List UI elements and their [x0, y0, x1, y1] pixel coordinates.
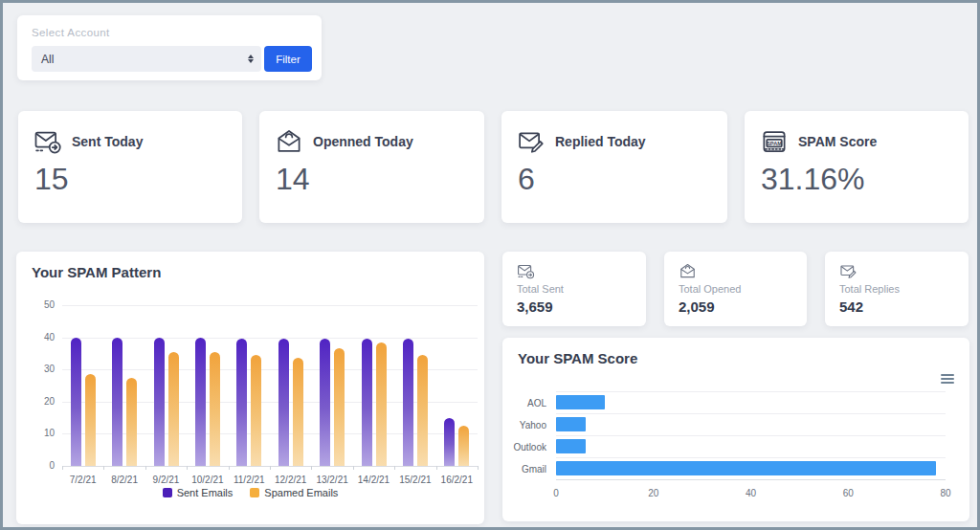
svg-text:SPAM: SPAM	[767, 141, 782, 146]
total-sent-card: Total Sent 3,659	[502, 252, 646, 326]
x-axis-tick	[353, 466, 354, 470]
gridline	[556, 413, 946, 414]
x-axis-tick-label: 40	[737, 488, 766, 498]
y-axis-tick-label: 0	[20, 460, 55, 471]
spam-pattern-chart: 010203040507/2/218/2/219/2/2110/2/2111/2…	[16, 252, 484, 524]
sent-today-value: 15	[34, 162, 69, 197]
sent-emails-bar	[112, 338, 122, 466]
sent-emails-bar	[444, 418, 455, 466]
gridline	[556, 435, 946, 436]
total-opened-value: 2,059	[679, 298, 715, 315]
sent-today-card: Sent Today 15	[18, 111, 242, 223]
replied-today-value: 6	[518, 162, 535, 197]
x-axis-tick	[394, 466, 395, 470]
sent-envelope-icon	[33, 127, 62, 156]
x-axis-tick-label: 14/2/21	[353, 475, 394, 485]
account-select[interactable]: All	[32, 46, 261, 72]
opened-today-card: Openned Today 14	[259, 111, 484, 223]
gridline	[62, 338, 478, 339]
y-axis-tick-label: 40	[20, 332, 55, 342]
spamed-emails-bar	[251, 355, 261, 466]
replied-envelope-icon	[839, 262, 858, 280]
legend-item-sent-emails[interactable]: Sent Emails	[163, 487, 234, 498]
account-select-value: All	[41, 53, 248, 66]
score-bar-aol	[556, 395, 605, 409]
spamed-emails-bar	[376, 342, 387, 466]
x-axis-tick-label: 13/2/21	[311, 475, 352, 485]
spamed-emails-bar	[293, 358, 303, 466]
score-bar-yahoo	[556, 417, 586, 431]
filter-button[interactable]: Filter	[264, 46, 312, 72]
chart-legend: Sent EmailsSpamed Emails	[16, 487, 484, 498]
spamed-emails-bar	[458, 426, 469, 466]
spam-score-card: SPAM SPAM Score 31.16%	[745, 111, 969, 223]
total-replies-value: 542	[839, 298, 863, 315]
x-axis-tick-label: 8/2/21	[103, 475, 145, 485]
legend-swatch	[163, 488, 172, 497]
total-sent-value: 3,659	[517, 298, 553, 315]
legend-swatch	[250, 488, 259, 497]
score-bar-gmail	[556, 461, 936, 475]
replied-today-card: Replied Today 6	[501, 111, 727, 223]
sent-emails-bar	[236, 339, 247, 466]
replied-envelope-icon	[517, 127, 546, 156]
total-replies-label: Total Replies	[839, 283, 900, 295]
x-axis-tick-label: 12/2/21	[270, 475, 311, 485]
x-axis-tick-label: 0	[542, 488, 570, 498]
gridline	[556, 479, 946, 480]
y-axis-tick-label: 10	[20, 428, 55, 438]
opened-envelope-icon	[679, 262, 697, 280]
spamed-emails-bar	[168, 352, 179, 466]
x-axis-tick-label: 7/2/21	[62, 475, 103, 485]
x-axis-tick-label: 10/2/21	[187, 475, 228, 485]
opened-envelope-icon	[275, 127, 303, 156]
spamed-emails-bar	[210, 352, 220, 466]
select-account-label: Select Account	[32, 27, 110, 38]
x-axis-tick-label: 11/2/21	[229, 475, 270, 485]
x-axis-tick-label: 20	[639, 488, 668, 498]
legend-label: Spamed Emails	[264, 487, 338, 498]
spam-score-value: 31.16%	[761, 162, 865, 197]
x-axis-tick-label: 16/2/21	[436, 475, 478, 485]
x-axis-tick	[145, 466, 146, 470]
spam-score-panel: Your SPAM Score AOLYahooOutlookGmail0204…	[502, 338, 969, 521]
spamed-emails-bar	[334, 348, 345, 466]
sent-emails-bar	[154, 338, 165, 466]
sent-emails-bar	[403, 339, 413, 466]
sent-envelope-icon	[517, 262, 535, 280]
sent-emails-bar	[362, 339, 372, 466]
legend-item-spamed-emails[interactable]: Spamed Emails	[250, 487, 338, 498]
spam-score-chart: AOLYahooOutlookGmail020406080	[502, 338, 969, 521]
x-axis-tick-label: 60	[834, 488, 862, 498]
stat-title: Replied Today	[555, 134, 646, 149]
category-label-gmail: Gmail	[502, 464, 546, 475]
sent-emails-bar	[195, 338, 206, 466]
spam-pattern-panel: Your SPAM Pattern 010203040507/2/218/2/2…	[16, 252, 484, 524]
x-axis-tick	[62, 466, 63, 470]
stat-title: Openned Today	[313, 134, 413, 149]
x-axis-tick	[311, 466, 312, 470]
legend-label: Sent Emails	[177, 487, 234, 498]
category-label-aol: AOL	[502, 398, 546, 409]
spamed-emails-bar	[126, 378, 137, 466]
y-axis-tick-label: 20	[20, 396, 55, 407]
opened-today-value: 14	[276, 162, 310, 197]
stat-title: SPAM Score	[798, 134, 877, 149]
sent-emails-bar	[71, 338, 81, 466]
score-bar-outlook	[556, 439, 586, 453]
y-axis-tick-label: 50	[20, 299, 55, 310]
total-opened-label: Total Opened	[679, 283, 741, 295]
sent-emails-bar	[278, 339, 289, 466]
x-axis-tick-label: 15/2/21	[394, 475, 435, 485]
total-opened-card: Total Opened 2,059	[664, 252, 807, 326]
gridline	[62, 402, 478, 403]
x-axis-tick-label: 9/2/21	[145, 475, 187, 485]
spam-stamp-icon: SPAM	[760, 127, 789, 156]
total-sent-label: Total Sent	[517, 283, 564, 295]
x-axis-tick	[436, 466, 437, 470]
x-axis-tick	[270, 466, 271, 470]
category-label-outlook: Outlook	[502, 442, 546, 453]
spamed-emails-bar	[85, 374, 96, 466]
gridline	[556, 391, 946, 392]
x-axis-tick-label: 80	[931, 488, 960, 498]
